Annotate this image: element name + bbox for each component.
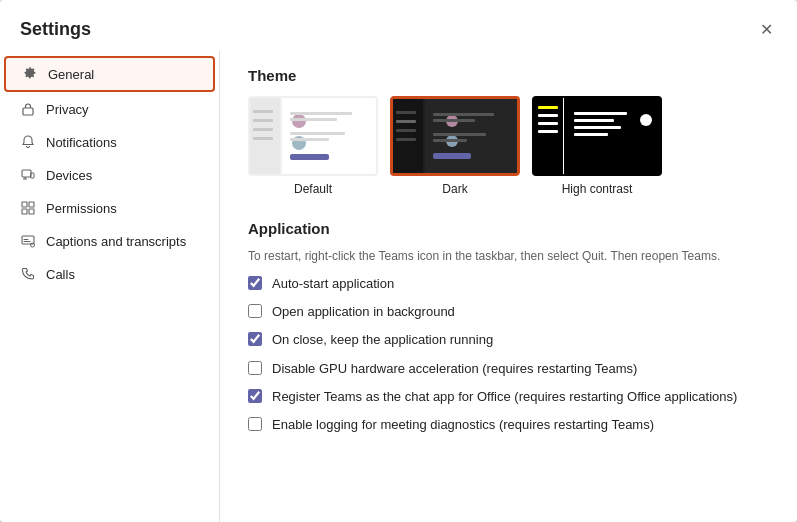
svg-rect-3 (22, 202, 27, 207)
dialog-header: Settings ✕ (0, 0, 797, 51)
app-section-title: Application (248, 220, 769, 237)
main-content: Theme (220, 51, 797, 522)
dialog-body: General Privacy Notifica (0, 51, 797, 522)
checkbox-label-open-background[interactable]: Open application in background (272, 303, 455, 321)
sidebar-label-devices: Devices (46, 168, 92, 183)
theme-label-dark: Dark (442, 182, 467, 196)
checkbox-input-enable-logging[interactable] (248, 417, 262, 431)
checkbox-label-keep-running[interactable]: On close, keep the application running (272, 331, 493, 349)
checkbox-disable-gpu: Disable GPU hardware acceleration (requi… (248, 360, 769, 378)
checkbox-input-register-teams[interactable] (248, 389, 262, 403)
sidebar: General Privacy Notifica (0, 51, 220, 522)
theme-preview-hc (532, 96, 662, 176)
checkbox-label-auto-start[interactable]: Auto-start application (272, 275, 394, 293)
close-button[interactable]: ✕ (756, 16, 777, 43)
gear-icon (22, 66, 38, 82)
checkbox-label-enable-logging[interactable]: Enable logging for meeting diagnostics (… (272, 416, 654, 434)
sidebar-label-calls: Calls (46, 267, 75, 282)
lock-icon (20, 101, 36, 117)
svg-rect-5 (22, 209, 27, 214)
devices-icon (20, 167, 36, 183)
theme-preview-dark (390, 96, 520, 176)
checkbox-input-auto-start[interactable] (248, 276, 262, 290)
theme-label-hc: High contrast (562, 182, 633, 196)
svg-rect-6 (29, 209, 34, 214)
dialog-title: Settings (20, 19, 91, 40)
checkbox-label-disable-gpu[interactable]: Disable GPU hardware acceleration (requi… (272, 360, 637, 378)
theme-label-default: Default (294, 182, 332, 196)
sidebar-item-permissions[interactable]: Permissions (4, 192, 215, 224)
sidebar-label-notifications: Notifications (46, 135, 117, 150)
theme-section-title: Theme (248, 67, 769, 84)
sidebar-label-privacy: Privacy (46, 102, 89, 117)
checkbox-keep-running: On close, keep the application running (248, 331, 769, 349)
settings-dialog: Settings ✕ General (0, 0, 797, 522)
sidebar-item-captions[interactable]: Captions and transcripts (4, 225, 215, 257)
preview-main (282, 98, 376, 174)
sidebar-item-notifications[interactable]: Notifications (4, 126, 215, 158)
svg-rect-1 (22, 170, 31, 177)
checkbox-auto-start: Auto-start application (248, 275, 769, 293)
svg-rect-0 (23, 108, 33, 115)
preview-dark-main (425, 99, 517, 173)
checkbox-label-register-teams[interactable]: Register Teams as the chat app for Offic… (272, 388, 737, 406)
permissions-icon (20, 200, 36, 216)
checkbox-input-disable-gpu[interactable] (248, 361, 262, 375)
bell-icon (20, 134, 36, 150)
sidebar-item-general[interactable]: General (4, 56, 215, 92)
preview-hc-sidebar (534, 98, 564, 174)
phone-icon (20, 266, 36, 282)
checkbox-enable-logging: Enable logging for meeting diagnostics (… (248, 416, 769, 434)
sidebar-label-captions: Captions and transcripts (46, 234, 186, 249)
preview-dark-sidebar (393, 99, 423, 173)
sidebar-item-devices[interactable]: Devices (4, 159, 215, 191)
theme-preview-default (248, 96, 378, 176)
preview-sidebar (250, 98, 280, 174)
theme-card-dark[interactable]: Dark (390, 96, 520, 196)
svg-rect-4 (29, 202, 34, 207)
app-desc: To restart, right-click the Teams icon i… (248, 249, 769, 263)
checkbox-register-teams: Register Teams as the chat app for Offic… (248, 388, 769, 406)
sidebar-item-privacy[interactable]: Privacy (4, 93, 215, 125)
sidebar-label-general: General (48, 67, 94, 82)
theme-card-hc[interactable]: High contrast (532, 96, 662, 196)
sidebar-item-calls[interactable]: Calls (4, 258, 215, 290)
checkbox-input-open-background[interactable] (248, 304, 262, 318)
sidebar-label-permissions: Permissions (46, 201, 117, 216)
checkbox-open-background: Open application in background (248, 303, 769, 321)
preview-hc-main (566, 98, 660, 174)
theme-card-default[interactable]: Default (248, 96, 378, 196)
app-section: Application To restart, right-click the … (248, 220, 769, 434)
captions-icon (20, 233, 36, 249)
theme-grid: Default (248, 96, 769, 196)
checkbox-input-keep-running[interactable] (248, 332, 262, 346)
